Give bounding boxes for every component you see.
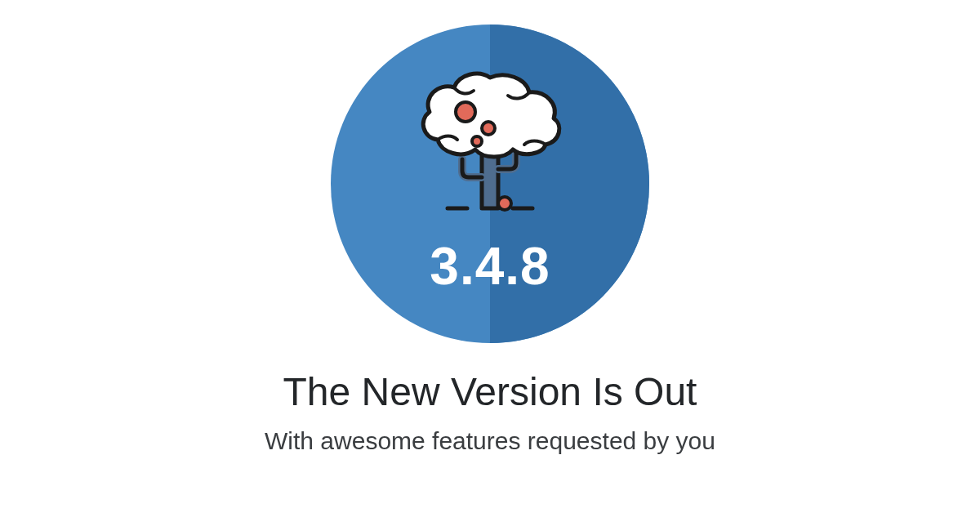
svg-point-2 (456, 102, 475, 122)
svg-point-4 (472, 136, 482, 146)
page-subtitle: With awesome features requested by you (265, 427, 715, 455)
svg-point-3 (482, 122, 495, 135)
version-number: 3.4.8 (430, 236, 550, 297)
tree-icon (408, 63, 572, 221)
svg-point-5 (498, 197, 511, 210)
page-title: The New Version Is Out (283, 369, 697, 414)
version-badge: 3.4.8 (331, 25, 649, 343)
